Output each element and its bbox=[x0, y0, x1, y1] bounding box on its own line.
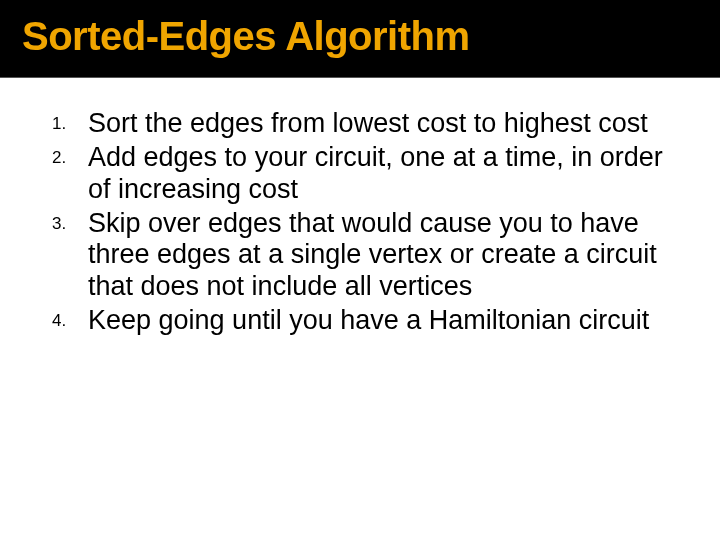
list-item: Keep going until you have a Hamiltonian … bbox=[44, 305, 676, 337]
algorithm-steps: Sort the edges from lowest cost to highe… bbox=[44, 108, 676, 337]
list-item: Skip over edges that would cause you to … bbox=[44, 208, 676, 304]
list-item: Add edges to your circuit, one at a time… bbox=[44, 142, 676, 206]
list-item: Sort the edges from lowest cost to highe… bbox=[44, 108, 676, 140]
slide-title: Sorted-Edges Algorithm bbox=[22, 14, 720, 59]
slide-content: Sort the edges from lowest cost to highe… bbox=[0, 78, 720, 337]
slide: Sorted-Edges Algorithm Sort the edges fr… bbox=[0, 0, 720, 540]
title-bar: Sorted-Edges Algorithm bbox=[0, 0, 720, 78]
